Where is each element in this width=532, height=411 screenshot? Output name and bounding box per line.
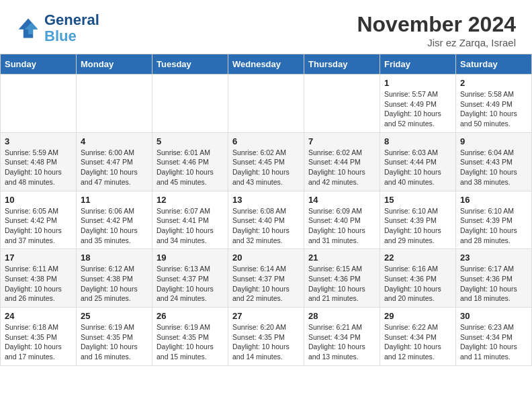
day-number: 22 — [384, 253, 451, 263]
day-info: Sunrise: 6:18 AM Sunset: 4:35 PM Dayligh… — [5, 322, 72, 362]
day-number: 7 — [308, 136, 375, 146]
calendar-cell: 9Sunrise: 6:04 AM Sunset: 4:43 PM Daylig… — [456, 132, 532, 191]
day-number: 12 — [157, 195, 224, 205]
day-info: Sunrise: 6:23 AM Sunset: 4:34 PM Dayligh… — [460, 322, 527, 362]
day-number: 6 — [232, 136, 300, 146]
calendar-cell: 25Sunrise: 6:19 AM Sunset: 4:35 PM Dayli… — [77, 308, 152, 366]
calendar-cell: 20Sunrise: 6:14 AM Sunset: 4:37 PM Dayli… — [228, 249, 304, 308]
day-number: 14 — [308, 195, 375, 205]
day-info: Sunrise: 6:02 AM Sunset: 4:44 PM Dayligh… — [308, 148, 375, 187]
weekday-header-row: SundayMondayTuesdayWednesdayThursdayFrid… — [1, 54, 532, 75]
calendar-cell: 3Sunrise: 5:59 AM Sunset: 4:48 PM Daylig… — [1, 132, 77, 191]
day-number: 18 — [81, 253, 148, 263]
calendar-cell: 11Sunrise: 6:06 AM Sunset: 4:42 PM Dayli… — [77, 191, 152, 249]
day-number: 4 — [81, 136, 148, 146]
calendar-cell: 28Sunrise: 6:21 AM Sunset: 4:34 PM Dayli… — [304, 308, 380, 366]
day-number: 24 — [5, 311, 72, 321]
day-info: Sunrise: 6:06 AM Sunset: 4:42 PM Dayligh… — [81, 206, 148, 246]
location-title: Jisr ez Zarqa, Israel — [357, 37, 516, 48]
weekday-header-monday: Monday — [77, 54, 152, 75]
calendar-header: SundayMondayTuesdayWednesdayThursdayFrid… — [1, 54, 532, 75]
calendar-cell: 13Sunrise: 6:08 AM Sunset: 4:40 PM Dayli… — [228, 191, 304, 249]
day-info: Sunrise: 6:22 AM Sunset: 4:34 PM Dayligh… — [384, 322, 451, 362]
logo-line1: General — [44, 12, 99, 28]
day-number: 25 — [81, 311, 148, 321]
calendar-cell: 27Sunrise: 6:20 AM Sunset: 4:35 PM Dayli… — [228, 308, 304, 366]
page-header: General Blue November 2024 Jisr ez Zarqa… — [0, 0, 532, 54]
calendar-cell: 14Sunrise: 6:09 AM Sunset: 4:40 PM Dayli… — [304, 191, 380, 249]
weekday-header-friday: Friday — [380, 54, 456, 75]
calendar-table: SundayMondayTuesdayWednesdayThursdayFrid… — [0, 54, 532, 366]
calendar-week-4: 17Sunrise: 6:11 AM Sunset: 4:38 PM Dayli… — [1, 249, 532, 308]
day-info: Sunrise: 6:04 AM Sunset: 4:43 PM Dayligh… — [460, 148, 527, 187]
calendar-week-2: 3Sunrise: 5:59 AM Sunset: 4:48 PM Daylig… — [1, 132, 532, 191]
day-info: Sunrise: 6:10 AM Sunset: 4:39 PM Dayligh… — [384, 206, 451, 246]
calendar-cell: 7Sunrise: 6:02 AM Sunset: 4:44 PM Daylig… — [304, 132, 380, 191]
day-number: 8 — [384, 136, 451, 146]
day-info: Sunrise: 5:58 AM Sunset: 4:49 PM Dayligh… — [460, 89, 527, 129]
day-info: Sunrise: 6:14 AM Sunset: 4:37 PM Dayligh… — [232, 264, 300, 304]
calendar-week-1: 1Sunrise: 5:57 AM Sunset: 4:49 PM Daylig… — [1, 75, 532, 133]
day-info: Sunrise: 6:05 AM Sunset: 4:42 PM Dayligh… — [5, 206, 72, 246]
day-number: 26 — [157, 311, 224, 321]
calendar-cell — [1, 75, 77, 133]
calendar-cell — [152, 75, 228, 133]
day-info: Sunrise: 6:16 AM Sunset: 4:36 PM Dayligh… — [384, 264, 451, 304]
day-number: 2 — [460, 78, 527, 88]
day-info: Sunrise: 6:03 AM Sunset: 4:44 PM Dayligh… — [384, 148, 451, 187]
day-info: Sunrise: 6:02 AM Sunset: 4:45 PM Dayligh… — [232, 148, 300, 187]
weekday-header-saturday: Saturday — [456, 54, 532, 75]
logo-line2: Blue — [44, 28, 99, 44]
day-number: 16 — [460, 195, 527, 205]
logo-icon — [16, 16, 40, 40]
day-info: Sunrise: 6:19 AM Sunset: 4:35 PM Dayligh… — [157, 322, 224, 362]
day-number: 10 — [5, 195, 72, 205]
calendar-cell — [304, 75, 380, 133]
calendar-cell: 2Sunrise: 5:58 AM Sunset: 4:49 PM Daylig… — [456, 75, 532, 133]
calendar-cell: 1Sunrise: 5:57 AM Sunset: 4:49 PM Daylig… — [380, 75, 456, 133]
day-info: Sunrise: 6:21 AM Sunset: 4:34 PM Dayligh… — [308, 322, 375, 362]
month-title: November 2024 — [357, 12, 516, 37]
day-info: Sunrise: 6:12 AM Sunset: 4:38 PM Dayligh… — [81, 264, 148, 304]
calendar-cell: 19Sunrise: 6:13 AM Sunset: 4:37 PM Dayli… — [152, 249, 228, 308]
day-info: Sunrise: 6:08 AM Sunset: 4:40 PM Dayligh… — [232, 206, 300, 246]
weekday-header-thursday: Thursday — [304, 54, 380, 75]
calendar-cell: 12Sunrise: 6:07 AM Sunset: 4:41 PM Dayli… — [152, 191, 228, 249]
calendar-cell: 15Sunrise: 6:10 AM Sunset: 4:39 PM Dayli… — [380, 191, 456, 249]
calendar-week-5: 24Sunrise: 6:18 AM Sunset: 4:35 PM Dayli… — [1, 308, 532, 366]
calendar-cell — [77, 75, 152, 133]
calendar-cell: 10Sunrise: 6:05 AM Sunset: 4:42 PM Dayli… — [1, 191, 77, 249]
logo: General Blue — [16, 12, 99, 44]
weekday-header-wednesday: Wednesday — [228, 54, 304, 75]
day-info: Sunrise: 5:57 AM Sunset: 4:49 PM Dayligh… — [384, 89, 451, 129]
day-info: Sunrise: 6:20 AM Sunset: 4:35 PM Dayligh… — [232, 322, 300, 362]
calendar-cell: 6Sunrise: 6:02 AM Sunset: 4:45 PM Daylig… — [228, 132, 304, 191]
day-info: Sunrise: 6:17 AM Sunset: 4:36 PM Dayligh… — [460, 264, 527, 304]
calendar-cell: 17Sunrise: 6:11 AM Sunset: 4:38 PM Dayli… — [1, 249, 77, 308]
calendar-cell: 16Sunrise: 6:10 AM Sunset: 4:39 PM Dayli… — [456, 191, 532, 249]
day-info: Sunrise: 6:13 AM Sunset: 4:37 PM Dayligh… — [157, 264, 224, 304]
weekday-header-tuesday: Tuesday — [152, 54, 228, 75]
calendar-cell: 22Sunrise: 6:16 AM Sunset: 4:36 PM Dayli… — [380, 249, 456, 308]
calendar-cell: 21Sunrise: 6:15 AM Sunset: 4:36 PM Dayli… — [304, 249, 380, 308]
day-number: 21 — [308, 253, 375, 263]
calendar-cell: 8Sunrise: 6:03 AM Sunset: 4:44 PM Daylig… — [380, 132, 456, 191]
day-number: 13 — [232, 195, 300, 205]
day-number: 5 — [157, 136, 224, 146]
day-number: 27 — [232, 311, 300, 321]
day-number: 17 — [5, 253, 72, 263]
title-block: November 2024 Jisr ez Zarqa, Israel — [357, 12, 516, 48]
day-info: Sunrise: 5:59 AM Sunset: 4:48 PM Dayligh… — [5, 148, 72, 187]
day-number: 1 — [384, 78, 451, 88]
day-number: 15 — [384, 195, 451, 205]
calendar-cell: 18Sunrise: 6:12 AM Sunset: 4:38 PM Dayli… — [77, 249, 152, 308]
day-number: 28 — [308, 311, 375, 321]
day-number: 23 — [460, 253, 527, 263]
day-number: 29 — [384, 311, 451, 321]
calendar-cell: 5Sunrise: 6:01 AM Sunset: 4:46 PM Daylig… — [152, 132, 228, 191]
weekday-header-sunday: Sunday — [1, 54, 77, 75]
calendar-cell: 30Sunrise: 6:23 AM Sunset: 4:34 PM Dayli… — [456, 308, 532, 366]
day-info: Sunrise: 6:19 AM Sunset: 4:35 PM Dayligh… — [81, 322, 148, 362]
day-info: Sunrise: 6:01 AM Sunset: 4:46 PM Dayligh… — [157, 148, 224, 187]
calendar-cell: 23Sunrise: 6:17 AM Sunset: 4:36 PM Dayli… — [456, 249, 532, 308]
